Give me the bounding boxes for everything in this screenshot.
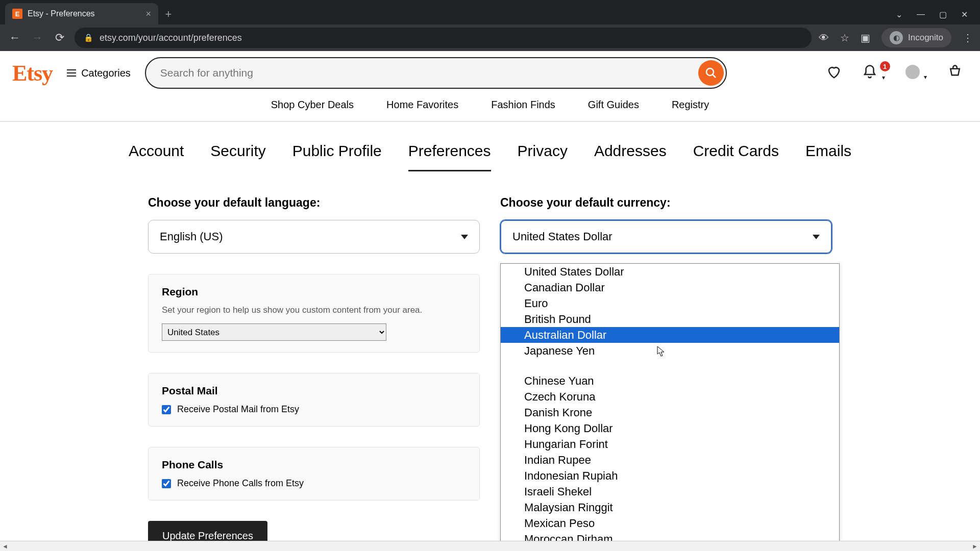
- tab-account[interactable]: Account: [129, 142, 184, 171]
- chevron-down-icon: [813, 235, 820, 239]
- cart-button[interactable]: [947, 64, 963, 82]
- search-icon: [705, 67, 717, 79]
- search-button[interactable]: [698, 60, 724, 86]
- tab-preferences[interactable]: Preferences: [408, 142, 491, 171]
- scroll-left-icon[interactable]: ◄: [0, 543, 10, 550]
- tab-public-profile[interactable]: Public Profile: [292, 142, 382, 171]
- language-label: Choose your default language:: [148, 196, 480, 210]
- postal-checkbox[interactable]: [162, 405, 171, 414]
- minimize-icon[interactable]: —: [917, 10, 925, 19]
- hamburger-icon: [67, 69, 76, 77]
- currency-option[interactable]: Indonesian Rupiah: [501, 468, 839, 484]
- close-tab-icon[interactable]: ×: [145, 9, 151, 19]
- eye-off-icon[interactable]: 👁︎: [819, 32, 829, 44]
- cart-icon: [947, 64, 963, 80]
- language-select[interactable]: English (US): [148, 220, 480, 254]
- scroll-right-icon[interactable]: ►: [970, 543, 980, 550]
- heart-icon: [826, 64, 842, 80]
- notifications-button[interactable]: 1 ▾: [862, 64, 885, 82]
- currency-option[interactable]: Canadian Dollar: [501, 280, 839, 295]
- tab-credit-cards[interactable]: Credit Cards: [693, 142, 779, 171]
- address-bar[interactable]: 🔒 etsy.com/your/account/preferences: [75, 28, 812, 48]
- notif-badge: 1: [880, 61, 890, 71]
- categories-button[interactable]: Categories: [67, 67, 131, 79]
- currency-option[interactable]: Japanese Yen: [501, 343, 839, 359]
- phone-checkbox[interactable]: [162, 479, 171, 488]
- currency-option[interactable]: Indian Rupee: [501, 452, 839, 468]
- currency-option[interactable]: Australian Dollar: [501, 327, 839, 343]
- tab-emails[interactable]: Emails: [805, 142, 851, 171]
- reload-button[interactable]: ⟳: [52, 30, 67, 45]
- currency-option[interactable]: Malaysian Ringgit: [501, 499, 839, 515]
- region-help: Set your region to help us show you cust…: [162, 305, 466, 315]
- currency-option[interactable]: Chinese Yuan: [501, 373, 839, 389]
- update-preferences-button[interactable]: Update Preferences: [148, 521, 267, 541]
- subnav-link[interactable]: Registry: [672, 99, 709, 111]
- chevron-down-icon: ▾: [882, 74, 885, 81]
- horizontal-scrollbar[interactable]: ◄ ►: [0, 541, 980, 551]
- back-button[interactable]: ←: [7, 30, 22, 45]
- region-title: Region: [162, 286, 466, 298]
- favicon: E: [12, 9, 22, 19]
- tab-title: Etsy - Preferences: [28, 9, 95, 18]
- url-text: etsy.com/your/account/preferences: [100, 33, 242, 43]
- kebab-menu-icon[interactable]: ⋮: [963, 32, 973, 44]
- avatar: [905, 65, 920, 79]
- tab-addresses[interactable]: Addresses: [594, 142, 667, 171]
- currency-option[interactable]: Israeli Shekel: [501, 484, 839, 499]
- subnav-link[interactable]: Home Favorites: [386, 99, 458, 111]
- lock-icon: 🔒: [84, 33, 93, 42]
- chevron-down-icon: [461, 235, 468, 239]
- maximize-icon[interactable]: ▢: [939, 10, 947, 19]
- postal-title: Postal Mail: [162, 385, 466, 397]
- bookmark-star-icon[interactable]: ☆: [840, 32, 849, 44]
- subnav-link[interactable]: Shop Cyber Deals: [271, 99, 354, 111]
- favorites-button[interactable]: [826, 64, 842, 82]
- incognito-icon: ◐: [890, 31, 903, 44]
- currency-label: Choose your default currency:: [500, 196, 832, 210]
- tab-privacy[interactable]: Privacy: [518, 142, 568, 171]
- currency-option[interactable]: Danish Krone: [501, 405, 839, 420]
- currency-option[interactable]: Hong Kong Dollar: [501, 420, 839, 436]
- currency-option[interactable]: United States Dollar: [501, 264, 839, 280]
- currency-option[interactable]: Czech Koruna: [501, 389, 839, 405]
- region-panel: Region Set your region to help us show y…: [148, 274, 480, 353]
- phone-checkbox-row[interactable]: Receive Phone Calls from Etsy: [162, 478, 466, 489]
- postal-checkbox-row[interactable]: Receive Postal Mail from Etsy: [162, 404, 466, 415]
- svg-point-0: [706, 68, 714, 76]
- chevron-down-icon: ▾: [924, 73, 927, 81]
- region-select[interactable]: United States: [162, 323, 386, 341]
- phone-title: Phone Calls: [162, 459, 466, 471]
- svg-line-1: [713, 74, 716, 78]
- chevron-down-icon[interactable]: ⌄: [896, 10, 902, 19]
- currency-option[interactable]: Moroccan Dirham: [501, 531, 839, 541]
- forward-button[interactable]: →: [30, 30, 45, 45]
- browser-tab[interactable]: E Etsy - Preferences ×: [5, 3, 158, 24]
- new-tab-button[interactable]: +: [158, 4, 179, 24]
- subnav-link[interactable]: Fashion Finds: [491, 99, 555, 111]
- phone-panel: Phone Calls Receive Phone Calls from Ets…: [148, 447, 480, 500]
- currency-option[interactable]: Mexican Peso: [501, 515, 839, 531]
- close-window-icon[interactable]: ✕: [961, 10, 968, 19]
- tab-security[interactable]: Security: [210, 142, 265, 171]
- incognito-indicator[interactable]: ◐ Incognito: [881, 28, 951, 47]
- bell-icon: [862, 64, 877, 80]
- currency-dropdown-list[interactable]: United States DollarCanadian DollarEuroB…: [500, 263, 840, 541]
- account-menu[interactable]: ▾: [905, 65, 927, 81]
- postal-panel: Postal Mail Receive Postal Mail from Ets…: [148, 373, 480, 427]
- panel-icon[interactable]: ▣: [861, 32, 870, 44]
- currency-option[interactable]: British Pound: [501, 311, 839, 327]
- subnav-link[interactable]: Gift Guides: [588, 99, 639, 111]
- search-input[interactable]: [145, 57, 727, 89]
- currency-option[interactable]: Euro: [501, 295, 839, 311]
- currency-select[interactable]: United States Dollar: [500, 220, 832, 254]
- currency-option[interactable]: Hungarian Forint: [501, 436, 839, 452]
- etsy-logo[interactable]: Etsy: [12, 60, 53, 86]
